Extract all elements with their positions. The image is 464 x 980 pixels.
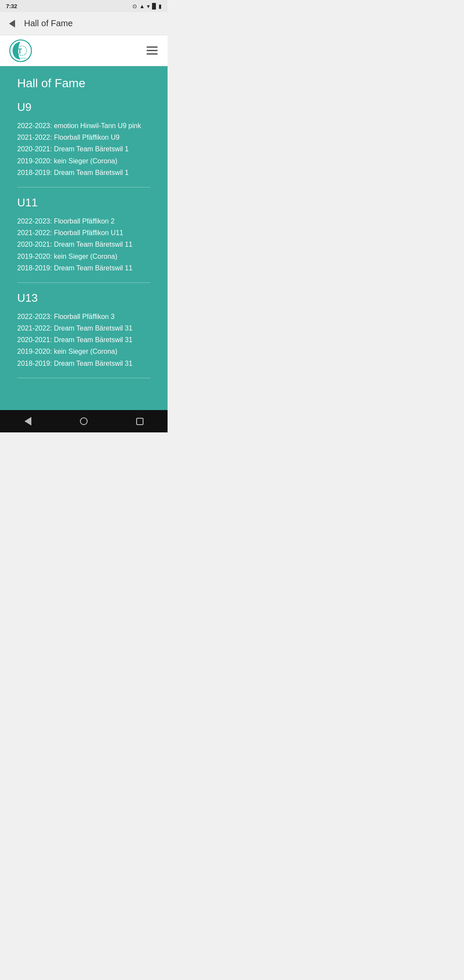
list-item: 2019-2020: kein Sieger (Corona) xyxy=(17,251,150,262)
category-title-u11: U11 xyxy=(17,196,150,209)
recents-nav-button[interactable] xyxy=(128,410,151,432)
category-divider-u9 xyxy=(17,187,150,187)
wifi-icon: ▾ xyxy=(147,3,150,9)
list-item: 2022-2023: emotion Hinwil-Tann U9 pink xyxy=(17,120,150,132)
status-bar: 7:32 ⊙ ▲ ▾ ▉ ▮ xyxy=(0,0,168,12)
category-divider-u13 xyxy=(17,378,150,378)
list-item: 2021-2022: Dream Team Bäretswil 31 xyxy=(17,322,150,334)
category-title-u13: U13 xyxy=(17,291,150,305)
list-item: 2022-2023: Floorball Pfäffikon 3 xyxy=(17,311,150,322)
back-arrow-icon xyxy=(9,20,15,28)
page-title: Hall of Fame xyxy=(17,77,150,90)
list-item: 2018-2019: Dream Team Bäretswil 11 xyxy=(17,262,150,274)
back-button[interactable] xyxy=(6,18,18,30)
app-bar: Hall of Fame xyxy=(0,12,168,35)
sim-icon: ▲ xyxy=(139,3,145,9)
home-nav-icon xyxy=(80,417,88,425)
status-time: 7:32 xyxy=(6,3,17,9)
hamburger-button[interactable] xyxy=(144,43,160,58)
list-item: 2019-2020: kein Sieger (Corona) xyxy=(17,155,150,167)
category-u11: U112022-2023: Floorball Pfäffikon 22021-… xyxy=(17,196,150,274)
category-u13: U132022-2023: Floorball Pfäffikon 32021-… xyxy=(17,291,150,369)
recents-nav-icon xyxy=(136,418,143,425)
category-entries-u11: 2022-2023: Floorball Pfäffikon 22021-202… xyxy=(17,215,150,274)
logo[interactable]: T UNIHOCKEY xyxy=(8,38,34,64)
category-title-u9: U9 xyxy=(17,101,150,114)
signal-icon: ▉ xyxy=(152,3,156,9)
back-nav-button[interactable] xyxy=(17,410,39,432)
list-item: 2020-2021: Dream Team Bäretswil 31 xyxy=(17,334,150,346)
bottom-nav xyxy=(0,410,168,432)
list-item: 2020-2021: Dream Team Bäretswil 11 xyxy=(17,239,150,250)
list-item: 2019-2020: kein Sieger (Corona) xyxy=(17,346,150,357)
category-u9: U92022-2023: emotion Hinwil-Tann U9 pink… xyxy=(17,101,150,178)
svg-text:UNIHOCKEY: UNIHOCKEY xyxy=(17,57,27,59)
back-nav-icon xyxy=(24,417,31,426)
menu-bar-3 xyxy=(147,53,158,55)
list-item: 2021-2022: Floorball Pfäffikon U11 xyxy=(17,227,150,239)
status-icons: ⊙ ▲ ▾ ▉ ▮ xyxy=(132,3,162,9)
list-item: 2018-2019: Dream Team Bäretswil 1 xyxy=(17,167,150,178)
logo-icon: T UNIHOCKEY xyxy=(9,39,33,63)
notification-icon: ⊙ xyxy=(132,3,137,9)
categories-container: U92022-2023: emotion Hinwil-Tann U9 pink… xyxy=(17,101,150,378)
list-item: 2018-2019: Dream Team Bäretswil 31 xyxy=(17,358,150,369)
nav-bar: T UNIHOCKEY xyxy=(0,35,168,66)
category-entries-u9: 2022-2023: emotion Hinwil-Tann U9 pink20… xyxy=(17,120,150,178)
list-item: 2021-2022: Floorball Pfäffikon U9 xyxy=(17,132,150,143)
category-entries-u13: 2022-2023: Floorball Pfäffikon 32021-202… xyxy=(17,311,150,369)
app-bar-title: Hall of Fame xyxy=(24,18,73,28)
menu-bar-2 xyxy=(147,50,158,51)
battery-icon: ▮ xyxy=(159,3,162,9)
list-item: 2020-2021: Dream Team Bäretswil 1 xyxy=(17,143,150,155)
main-content: Hall of Fame U92022-2023: emotion Hinwil… xyxy=(0,66,168,410)
list-item: 2022-2023: Floorball Pfäffikon 2 xyxy=(17,215,150,227)
home-nav-button[interactable] xyxy=(73,410,95,432)
category-divider-u11 xyxy=(17,282,150,283)
menu-bar-1 xyxy=(147,46,158,48)
